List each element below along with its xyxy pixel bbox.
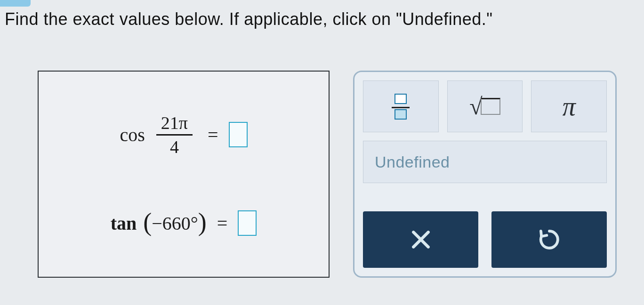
close-icon [408,227,434,252]
open-paren: ( [143,215,152,230]
cos-label: cos [120,124,145,146]
fraction-icon [392,94,410,120]
sqrt-icon: √ [469,95,500,118]
equals-sign: = [208,124,218,146]
instruction-text: Find the exact values below. If applicab… [5,9,493,29]
tan-argument: −660° [152,212,198,234]
close-paren: ) [198,215,207,230]
fraction-numerator: 21π [156,112,193,136]
fraction-denominator: 4 [170,136,179,157]
equation-cos: cos 21π 4 = [57,112,310,157]
action-row [363,211,607,268]
work-area: cos 21π 4 = tan ( −660° ) = [38,71,617,278]
undo-icon [537,227,562,252]
fraction-button[interactable] [363,80,439,132]
reset-button[interactable] [491,211,607,268]
pi-symbol: π [563,91,576,121]
fraction-21pi-over-4: 21π 4 [156,112,193,157]
undefined-button[interactable]: Undefined [363,141,607,183]
equation-tan: tan ( −660° ) = [57,210,310,236]
tool-row-top: √ π [363,80,607,132]
answer-input-cos[interactable] [229,122,248,147]
problem-box: cos 21π 4 = tan ( −660° ) = [38,71,330,278]
undefined-label: Undefined [375,153,450,171]
math-toolbox: √ π Undefined [353,71,617,278]
answer-input-tan[interactable] [238,210,257,236]
clear-button[interactable] [363,211,478,268]
pi-button[interactable]: π [531,80,607,132]
tan-label: tan [111,212,137,234]
sqrt-button[interactable]: √ [447,80,523,132]
tab-remnant [0,0,31,7]
equals-sign: = [217,212,228,234]
